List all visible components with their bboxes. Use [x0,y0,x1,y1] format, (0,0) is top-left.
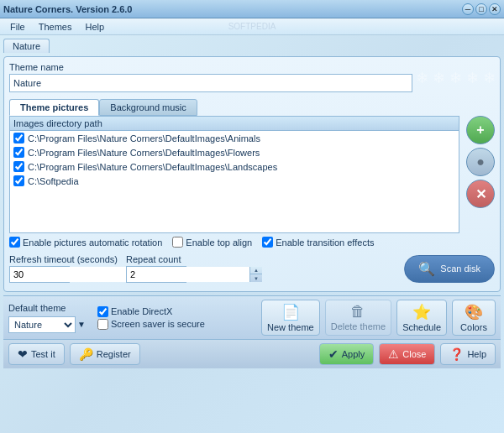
register-icon: 🔑 [79,347,93,361]
bottom-bar: Default theme Nature ▼ Enable DirectX Sc… [3,295,501,339]
theme-name-section: Theme name Nature [9,62,495,92]
list-item[interactable]: C:\Program Files\Nature Corners\DefaultI… [10,159,459,174]
enable-top-align-checkbox[interactable] [172,237,183,248]
repeat-input[interactable] [127,267,249,282]
item-checkbox-1[interactable] [13,147,24,158]
apply-button[interactable]: ✔ Apply [319,343,375,365]
content-panel: Theme name Nature Theme pictures Backgro… [3,56,501,292]
enable-top-align-option[interactable]: Enable top align [172,237,252,248]
select-row: Nature ▼ [8,316,86,333]
theme-name-label: Theme name [9,62,495,72]
colors-label: Colors [460,322,487,332]
timeout-input-wrapper: ▲ ▼ [9,266,70,283]
list-item[interactable]: C:\Softpedia [10,174,459,188]
default-theme-label: Default theme [8,303,86,313]
help-label: Help [467,349,486,359]
repeat-up-button[interactable]: ▲ [250,267,262,274]
screen-saver-secure-option[interactable]: Screen saver is secure [97,319,205,330]
close-icon: ⚠ [388,347,399,361]
menu-file[interactable]: File [3,20,32,34]
menu-themes[interactable]: Themes [32,20,79,34]
default-theme-section: Default theme Nature ▼ [8,303,86,333]
list-item[interactable]: C:\Program Files\Nature Corners\DefaultI… [10,145,459,159]
schedule-button[interactable]: ⭐ Schedule [396,300,447,336]
minimize-button[interactable]: ─ [462,3,474,15]
close-label: Close [402,349,426,359]
menu-bar: File Themes Help [0,18,504,35]
apply-label: Apply [342,349,365,359]
enable-rotation-option[interactable]: Enable pictures automatic rotation [9,237,162,248]
repeat-spinner: Repeat count ▲ ▼ [126,254,186,283]
scan-disk-button[interactable]: 🔍 Scan disk [404,255,495,283]
item-checkbox-3[interactable] [13,175,24,186]
enable-directx-checkbox[interactable] [97,306,108,317]
item-path-3: C:\Softpedia [28,176,79,186]
item-path-1: C:\Program Files\Nature Corners\DefaultI… [28,148,260,158]
timeout-input[interactable] [10,267,133,282]
maximize-button[interactable]: □ [475,3,487,15]
add-directory-button[interactable]: + [466,116,495,144]
footer-bar: ❤ Test it 🔑 Register ✔ Apply ⚠ Close ❓ H… [3,339,501,368]
new-theme-label: New theme [267,322,314,332]
enable-directx-option[interactable]: Enable DirectX [97,306,205,317]
screen-saver-secure-label: Screen saver is secure [111,319,205,329]
nature-tab[interactable]: Nature [3,39,50,53]
action-buttons: 📄 New theme 🗑 Delete theme ⭐ Schedule 🎨 … [261,300,496,336]
tab-theme-pictures[interactable]: Theme pictures [9,99,99,116]
title-bar: Nature Corners. Version 2.6.0 ─ □ ✕ [0,0,504,18]
directx-section: Enable DirectX Screen saver is secure [97,306,205,330]
help-icon: ❓ [449,347,464,361]
repeat-input-wrapper: ▲ ▼ [126,266,186,283]
theme-name-input[interactable]: Nature [9,74,412,92]
apply-icon: ✔ [328,347,339,361]
enable-transition-label: Enable transition effects [276,237,374,248]
repeat-down-button[interactable]: ▼ [250,274,262,282]
colors-button[interactable]: 🎨 Colors [452,300,496,336]
delete-theme-icon: 🗑 [350,303,365,321]
register-button[interactable]: 🔑 Register [70,343,140,365]
images-panel: Images directory path C:\Program Files\N… [9,116,459,233]
delete-theme-label: Delete theme [331,321,386,331]
repeat-label: Repeat count [126,254,186,264]
window-controls: ─ □ ✕ [462,3,501,15]
main-area: Nature Theme name Nature Theme pictures … [0,35,504,433]
close-button[interactable]: ✕ [489,3,501,15]
colors-icon: 🎨 [465,303,483,321]
new-theme-icon: 📄 [281,303,300,321]
app-title: Nature Corners. Version 2.6.0 [3,4,132,14]
item-checkbox-0[interactable] [13,133,24,143]
enable-transition-option[interactable]: Enable transition effects [262,237,374,248]
delete-theme-button[interactable]: 🗑 Delete theme [325,300,391,336]
tabs-row: Theme pictures Background music [9,99,495,116]
images-header: Images directory path [10,117,459,131]
enable-transition-checkbox[interactable] [262,237,273,248]
tab-background-music[interactable]: Background music [99,99,197,116]
options-row: Enable pictures automatic rotation Enabl… [9,233,495,251]
test-it-button[interactable]: ❤ Test it [8,343,65,365]
default-theme-select[interactable]: Nature [8,316,76,333]
refresh-row: Refresh timeout (seconds) ▲ ▼ Repeat cou… [9,251,495,286]
help-button[interactable]: ❓ Help [440,343,496,365]
enable-rotation-label: Enable pictures automatic rotation [23,237,162,248]
test-it-icon: ❤ [18,347,28,361]
item-path-0: C:\Program Files\Nature Corners\DefaultI… [28,133,260,143]
scan-disk-label: Scan disk [440,263,480,274]
close-button[interactable]: ⚠ Close [379,343,435,365]
enable-top-align-label: Enable top align [186,237,252,248]
test-it-label: Test it [31,349,55,359]
images-list-wrapper: Images directory path C:\Program Files\N… [9,116,459,233]
enable-directx-label: Enable DirectX [111,306,172,316]
screen-saver-secure-checkbox[interactable] [97,319,108,330]
remove-directory-button[interactable]: ✕ [466,180,495,208]
item-checkbox-2[interactable] [13,161,24,172]
gray-button[interactable]: ● [466,148,495,176]
timeout-label: Refresh timeout (seconds) [9,254,118,264]
images-list-section: Images directory path C:\Program Files\N… [9,116,495,233]
select-arrow-icon: ▼ [77,320,86,329]
scan-icon: 🔍 [418,261,435,277]
new-theme-button[interactable]: 📄 New theme [261,300,320,336]
register-label: Register [97,349,131,359]
list-item[interactable]: C:\Program Files\Nature Corners\DefaultI… [10,131,459,145]
menu-help[interactable]: Help [78,20,111,34]
enable-rotation-checkbox[interactable] [9,237,20,248]
